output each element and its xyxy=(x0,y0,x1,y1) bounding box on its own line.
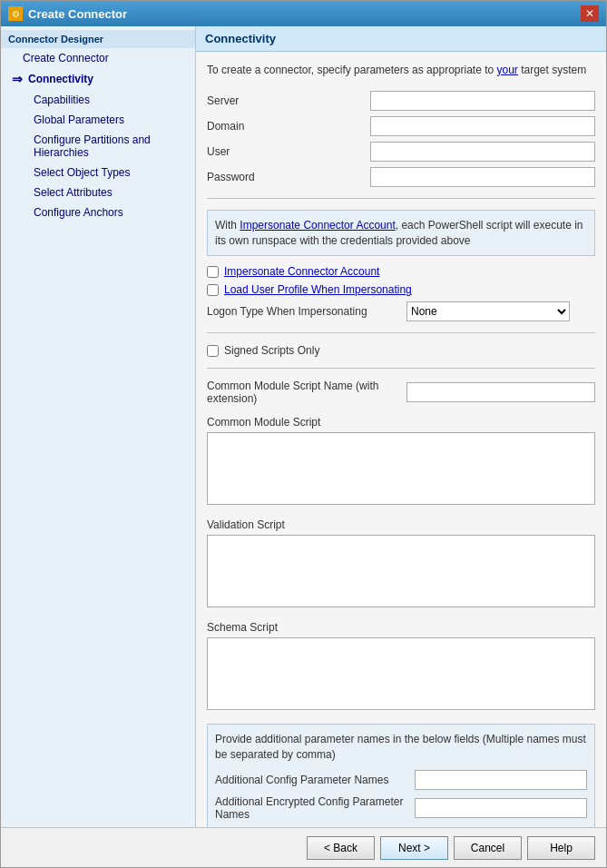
server-row: Server xyxy=(207,91,595,111)
common-module-script-name-label: Common Module Script Name (with extensio… xyxy=(207,380,406,405)
additional-config-label: Additional Config Parameter Names xyxy=(215,774,415,786)
common-module-script-name-row: Common Module Script Name (with extensio… xyxy=(207,380,595,405)
load-user-profile-row: Load User Profile When Impersonating xyxy=(207,283,595,296)
signed-scripts-checkbox[interactable] xyxy=(207,345,219,357)
user-row: User xyxy=(207,142,595,162)
password-input[interactable] xyxy=(370,167,595,187)
logon-type-label: Logon Type When Impersonating xyxy=(207,305,406,318)
logon-type-row: Logon Type When Impersonating None Inter… xyxy=(207,301,595,321)
sidebar-item-connectivity[interactable]: Connectivity xyxy=(1,68,195,90)
server-input[interactable] xyxy=(370,91,595,111)
additional-params-info: Provide additional parameter names in th… xyxy=(215,732,587,763)
sidebar-item-configure-partitions[interactable]: Configure Partitions and Hierarchies xyxy=(1,130,195,163)
sidebar-item-create-connector[interactable]: Create Connector xyxy=(1,48,195,68)
sidebar-item-global-parameters[interactable]: Global Parameters xyxy=(1,110,195,130)
common-module-script-section: Common Module Script xyxy=(207,416,595,508)
domain-input[interactable] xyxy=(370,116,595,136)
sidebar-item-configure-anchors[interactable]: Configure Anchors xyxy=(1,202,195,222)
common-module-script-label: Common Module Script xyxy=(207,416,595,429)
help-button[interactable]: Help xyxy=(527,836,595,860)
panel-header: Connectivity xyxy=(196,26,606,52)
next-button[interactable]: Next > xyxy=(380,836,448,860)
info-text: To create a connector, specify parameter… xyxy=(207,63,595,78)
additional-params-section: Provide additional parameter names in th… xyxy=(207,724,595,827)
sidebar-section-title: Connector Designer xyxy=(1,30,195,48)
sidebar-item-select-attributes[interactable]: Select Attributes xyxy=(1,182,195,202)
schema-script-textarea[interactable] xyxy=(207,637,595,710)
sidebar: Connector Designer Create Connector Conn… xyxy=(1,26,196,827)
signed-scripts-row: Signed Scripts Only xyxy=(207,344,595,357)
title-bar: ⚙ Create Connector ✕ xyxy=(1,1,606,26)
back-button[interactable]: < Back xyxy=(307,836,375,860)
domain-label: Domain xyxy=(207,120,370,133)
schema-script-label: Schema Script xyxy=(207,621,595,634)
validation-script-label: Validation Script xyxy=(207,518,595,531)
window-title: Create Connector xyxy=(28,7,127,21)
panel-content: To create a connector, specify parameter… xyxy=(196,52,606,827)
content-area: Connector Designer Create Connector Conn… xyxy=(1,26,606,827)
user-input[interactable] xyxy=(370,142,595,162)
additional-encrypted-label: Additional Encrypted Config Parameter Na… xyxy=(215,795,415,821)
password-row: Password xyxy=(207,167,595,187)
password-label: Password xyxy=(207,171,370,183)
server-label: Server xyxy=(207,94,370,107)
app-icon: ⚙ xyxy=(8,6,23,21)
close-button[interactable]: ✕ xyxy=(581,5,599,22)
impersonate-label[interactable]: Impersonate Connector Account xyxy=(224,265,379,278)
common-module-script-name-input[interactable] xyxy=(406,382,595,402)
impersonate-info-box: With Impersonate Connector Account, each… xyxy=(207,210,595,257)
additional-config-input[interactable] xyxy=(415,770,587,790)
main-panel: Connectivity To create a connector, spec… xyxy=(196,26,606,827)
title-bar-left: ⚙ Create Connector xyxy=(8,6,127,21)
additional-encrypted-input[interactable] xyxy=(415,798,587,818)
additional-encrypted-row: Additional Encrypted Config Parameter Na… xyxy=(215,795,587,821)
common-module-script-textarea[interactable] xyxy=(207,432,595,505)
validation-script-textarea[interactable] xyxy=(207,535,595,607)
footer: < Back Next > Cancel Help xyxy=(1,827,606,867)
impersonate-checkbox-row: Impersonate Connector Account xyxy=(207,265,595,278)
sidebar-item-capabilities[interactable]: Capabilities xyxy=(1,90,195,110)
load-user-profile-checkbox[interactable] xyxy=(207,284,219,296)
validation-script-section: Validation Script xyxy=(207,518,595,610)
load-user-profile-label[interactable]: Load User Profile When Impersonating xyxy=(224,283,412,296)
sidebar-item-select-object-types[interactable]: Select Object Types xyxy=(1,163,195,182)
domain-row: Domain xyxy=(207,116,595,136)
signed-scripts-label: Signed Scripts Only xyxy=(224,344,319,357)
user-label: User xyxy=(207,145,370,158)
logon-type-select[interactable]: None Interactive Network Batch Service N… xyxy=(406,301,570,321)
main-window: ⚙ Create Connector ✕ Connector Designer … xyxy=(0,0,607,868)
common-module-script-name-section: Common Module Script Name (with extensio… xyxy=(207,380,595,405)
additional-config-row: Additional Config Parameter Names xyxy=(215,770,587,790)
schema-script-section: Schema Script xyxy=(207,621,595,713)
impersonate-checkbox[interactable] xyxy=(207,266,219,278)
cancel-button[interactable]: Cancel xyxy=(454,836,522,860)
